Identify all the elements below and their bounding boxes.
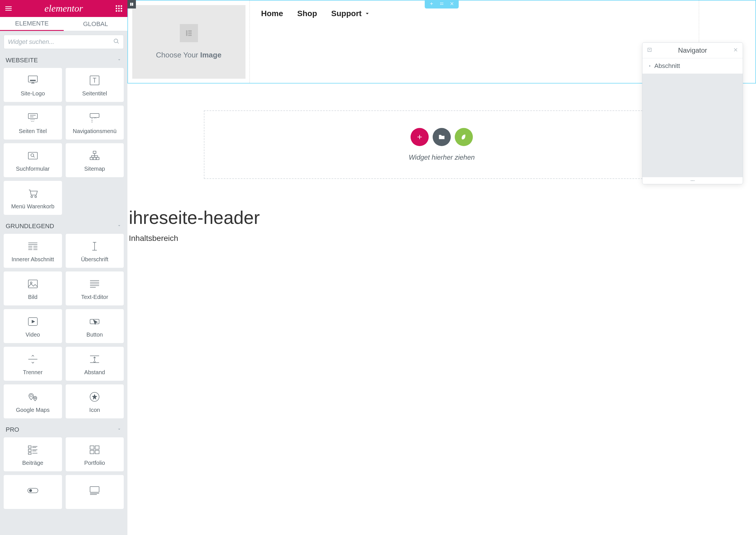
svg-rect-9 [28, 76, 37, 82]
svg-rect-5 [121, 8, 122, 9]
widget-spacer[interactable]: Abstand [66, 347, 124, 381]
image-placeholder-text: Choose Your Image [156, 51, 221, 59]
star-icon [88, 390, 101, 404]
widget-image[interactable]: Bild [4, 271, 62, 305]
widget-logo[interactable]: Site-Logo [4, 68, 62, 102]
widget-star[interactable]: Icon [66, 384, 124, 418]
svg-rect-31 [28, 453, 31, 454]
search-icon[interactable] [113, 38, 120, 45]
widget-label: Trenner [23, 369, 43, 376]
svg-point-23 [30, 282, 32, 284]
widget-sitemap[interactable]: Sitemap [66, 143, 124, 177]
widget-video[interactable]: Video [4, 309, 62, 343]
template-library-button[interactable] [433, 128, 451, 146]
widget-extra1[interactable] [4, 475, 62, 509]
column-left[interactable]: Choose Your Image [128, 1, 250, 83]
logo-icon [27, 73, 39, 88]
envato-button[interactable] [455, 128, 473, 146]
grid-button[interactable] [110, 0, 128, 17]
svg-point-44 [440, 4, 441, 5]
navigator-collapse-button[interactable] [647, 47, 652, 53]
section-close-button[interactable] [450, 1, 454, 7]
columns-icon [27, 239, 39, 253]
widget-button[interactable]: Button [66, 309, 124, 343]
svg-rect-50 [188, 35, 192, 36]
widget-label: Innerer Abschnitt [12, 256, 54, 263]
widget-posts[interactable]: Beiträge [4, 437, 62, 471]
dropzone[interactable]: Widget hierher ziehen [204, 110, 680, 179]
svg-point-27 [34, 397, 36, 399]
navigator-close-button[interactable] [733, 47, 738, 53]
widget-extra2[interactable] [66, 475, 124, 509]
widget-label: Text-Editor [81, 294, 108, 300]
svg-point-52 [691, 180, 692, 181]
sitemap-icon [88, 149, 101, 163]
widget-map[interactable]: Google Maps [4, 384, 62, 418]
svg-point-46 [443, 4, 443, 5]
navmenu-icon [88, 111, 101, 125]
navigator-header[interactable]: Navigator [642, 43, 743, 58]
search-input[interactable] [8, 38, 113, 45]
video-icon [27, 315, 39, 329]
nav-item-home[interactable]: Home [261, 9, 283, 18]
tab-global[interactable]: GLOBAL [64, 17, 128, 31]
close-icon [450, 1, 454, 6]
page-title: ihreseite-header [129, 207, 756, 228]
image-widget-placeholder[interactable]: Choose Your Image [132, 5, 246, 79]
category-pro[interactable]: PRO [0, 422, 128, 437]
widget-label: Seitentitel [82, 90, 107, 97]
text-icon [88, 277, 101, 291]
svg-rect-22 [28, 280, 37, 288]
nav-item-support[interactable]: Support [331, 9, 370, 18]
widget-navmenu[interactable]: Navigationsmenü [66, 106, 124, 140]
add-section-button[interactable] [411, 128, 429, 146]
widget-pagetitle[interactable]: Seiten Titel [4, 106, 62, 140]
column-right[interactable]: HomeShopSupport [250, 1, 699, 83]
svg-rect-13 [90, 114, 99, 118]
widget-label: Google Maps [16, 407, 49, 413]
svg-rect-4 [118, 8, 120, 9]
plus-icon [416, 133, 423, 141]
category-label: WEBSEITE [6, 57, 38, 64]
widget-label: Sitemap [84, 166, 105, 172]
navigator-resize-handle[interactable] [642, 177, 743, 184]
menu-button[interactable] [0, 0, 17, 17]
heading-icon [88, 239, 101, 253]
widget-divider[interactable]: Trenner [4, 347, 62, 381]
chevron-down-icon [117, 57, 122, 63]
category-webseite[interactable]: WEBSEITE [0, 53, 128, 68]
posts-icon [27, 443, 39, 457]
chevron-down-icon [117, 223, 122, 229]
tab-elements[interactable]: ELEMENTE [0, 17, 64, 31]
widget-label: Abstand [84, 369, 105, 376]
widget-columns[interactable]: Innerer Abschnitt [4, 234, 62, 268]
navigator-item-section[interactable]: Abschnitt [642, 58, 743, 74]
svg-rect-48 [188, 30, 192, 32]
svg-rect-33 [95, 446, 99, 449]
category-grundlegend[interactable]: GRUNDLEGEND [0, 218, 128, 234]
widget-text[interactable]: Text-Editor [66, 271, 124, 305]
triangle-right-icon [648, 64, 652, 68]
section-drag-button[interactable] [439, 1, 444, 7]
svg-point-20 [31, 196, 33, 198]
cart-icon [27, 186, 39, 200]
svg-rect-0 [116, 5, 117, 7]
extra1-icon [27, 484, 39, 498]
widget-title[interactable]: Seitentitel [66, 68, 124, 102]
svg-rect-49 [188, 33, 192, 34]
plus-icon [429, 1, 434, 6]
map-icon [27, 390, 39, 404]
widget-portfolio[interactable]: Portfolio [66, 437, 124, 471]
section-tab [425, 0, 459, 9]
section-add-button[interactable] [429, 1, 434, 7]
svg-point-53 [692, 180, 693, 181]
section-edit-handle[interactable] [128, 0, 136, 9]
svg-rect-2 [121, 5, 122, 7]
svg-rect-40 [132, 3, 133, 6]
widget-heading[interactable]: Überschrift [66, 234, 124, 268]
nav-item-shop[interactable]: Shop [297, 9, 317, 18]
pagetitle-icon [27, 111, 39, 125]
widget-searchform[interactable]: Suchformular [4, 143, 62, 177]
searchform-icon [27, 149, 39, 163]
widget-cart[interactable]: Menü Warenkorb [4, 181, 62, 215]
